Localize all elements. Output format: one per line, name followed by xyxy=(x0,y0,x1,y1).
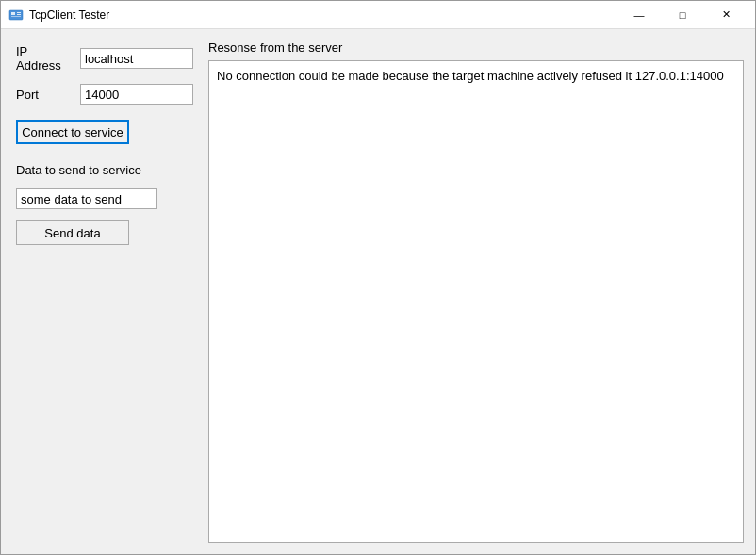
right-panel: Resonse from the server No connection co… xyxy=(208,29,755,554)
title-bar: TcpClient Tester — □ ✕ xyxy=(1,1,755,29)
ip-address-row: IP Address xyxy=(16,44,193,73)
main-window: TcpClient Tester — □ ✕ IP Address Port C… xyxy=(0,0,756,555)
app-icon xyxy=(8,8,24,23)
port-label: Port xyxy=(16,88,73,102)
title-bar-left: TcpClient Tester xyxy=(8,8,109,23)
ip-address-label: IP Address xyxy=(16,44,73,73)
minimize-button[interactable]: — xyxy=(617,1,661,29)
response-label: Resonse from the server xyxy=(208,41,744,55)
svg-rect-2 xyxy=(17,12,21,13)
window-controls: — □ ✕ xyxy=(617,1,748,29)
response-box: No connection could be made because the … xyxy=(208,60,744,543)
left-panel: IP Address Port Connect to service Data … xyxy=(1,29,208,554)
svg-rect-1 xyxy=(11,12,15,15)
response-text: No connection could be made because the … xyxy=(217,69,724,83)
connect-button[interactable]: Connect to service xyxy=(16,120,129,144)
window-title: TcpClient Tester xyxy=(29,8,109,22)
ip-address-input[interactable] xyxy=(80,48,193,69)
port-row: Port xyxy=(16,84,193,105)
main-content: IP Address Port Connect to service Data … xyxy=(1,29,755,554)
maximize-button[interactable]: □ xyxy=(661,1,704,29)
close-button[interactable]: ✕ xyxy=(704,1,748,29)
svg-rect-4 xyxy=(11,16,21,17)
data-section-label: Data to send to service xyxy=(16,163,193,177)
data-input[interactable] xyxy=(16,188,157,209)
send-button[interactable]: Send data xyxy=(16,220,129,245)
port-input[interactable] xyxy=(80,84,193,105)
svg-rect-3 xyxy=(17,14,21,15)
